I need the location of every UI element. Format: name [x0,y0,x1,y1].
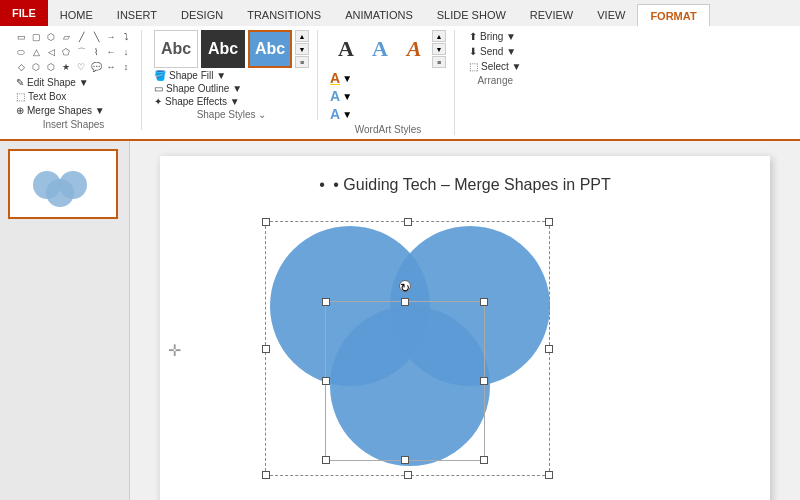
style-sample-1[interactable]: Abc [154,30,198,68]
select-btn[interactable]: ⬚ Select ▼ [467,60,523,73]
harrow-icon[interactable]: ↔ [104,60,118,74]
freeform-icon[interactable]: ⌇ [89,45,103,59]
text-fill-dropdown[interactable]: ▼ [342,73,352,84]
handle-tr[interactable] [545,218,553,226]
tab-home[interactable]: HOME [48,4,105,26]
scroll-down-arrow[interactable]: ▼ [295,43,309,55]
hexagon-icon[interactable]: ⬡ [29,60,43,74]
triangle-icon[interactable]: △ [29,45,43,59]
arrange-group: ⬆ Bring ▼ ⬇ Send ▼ ⬚ Select ▼ Arrange [459,30,531,86]
select-label: Select ▼ [481,61,521,72]
style-sample-3[interactable]: Abc [248,30,292,68]
tab-view[interactable]: VIEW [585,4,637,26]
svg-point-2 [46,179,74,207]
bullet-point: • [319,176,325,193]
wordart-scroll-up[interactable]: ▲ [432,30,446,42]
rounded-rect-icon[interactable]: ▢ [29,30,43,44]
text-fill-icon: A [330,70,340,86]
shape-effects-label: Shape Effects ▼ [165,96,240,107]
wordart-scroll-more[interactable]: ≡ [432,56,446,68]
inner-handle-bl[interactable] [322,456,330,464]
style-sample-2[interactable]: Abc [201,30,245,68]
wordart-sample-2[interactable]: A [364,30,396,68]
text-outline-dropdown[interactable]: ▼ [342,91,352,102]
wordart-sample-3[interactable]: A [398,30,430,68]
star-icon[interactable]: ★ [59,60,73,74]
tab-file[interactable]: FILE [0,0,48,26]
slide-panel: 1 [0,141,130,500]
line2-icon[interactable]: ╲ [89,30,103,44]
handle-ml[interactable] [262,345,270,353]
tab-insert[interactable]: INSERT [105,4,169,26]
tab-slideshow[interactable]: SLIDE SHOW [425,4,518,26]
send-backward-btn[interactable]: ⬇ Send ▼ [467,45,523,58]
tab-design[interactable]: DESIGN [169,4,235,26]
shape-outline-btn[interactable]: ▭ Shape Outline ▼ [154,83,309,94]
callout-icon[interactable]: 💬 [89,60,103,74]
heart-icon[interactable]: ♡ [74,60,88,74]
handle-mr[interactable] [545,345,553,353]
shape-outline-icon: ▭ [154,83,163,94]
edit-shape-btn[interactable]: ✎ Edit Shape ▼ [14,76,133,89]
text-box-label: Text Box [28,91,66,102]
shapes-tools: ✎ Edit Shape ▼ ⬚ Text Box ⊕ Merge Shapes… [14,76,133,117]
inner-handle-br[interactable] [480,456,488,464]
insert-shapes-group: ▭ ▢ ⬡ ▱ ╱ ╲ → ⤵ ⬭ △ ◁ ⬠ ⌒ ⌇ ← ↓ ◇ ⬡ ⬡ ★ … [6,30,142,130]
scroll-up-arrow[interactable]: ▲ [295,30,309,42]
diamond-icon[interactable]: ◇ [14,60,28,74]
slide-canvas[interactable]: • • Guiding Tech – Merge Shapes in PPT [160,156,770,500]
line-icon[interactable]: ╱ [74,30,88,44]
larrow-icon[interactable]: ← [104,45,118,59]
snip-rect-icon[interactable]: ⬡ [44,30,58,44]
parallelogram-icon[interactable]: ▱ [59,30,73,44]
text-outline-btn[interactable]: A ▼ [330,88,446,104]
rect-icon[interactable]: ▭ [14,30,28,44]
rtriangle-icon[interactable]: ◁ [44,45,58,59]
merge-shapes-label: Merge Shapes ▼ [27,105,105,116]
handle-tm[interactable] [404,218,412,226]
wordart-scroll-arrows: ▲ ▼ ≡ [432,30,446,68]
tab-animations[interactable]: ANIMATIONS [333,4,425,26]
shape-fill-btn[interactable]: 🪣 Shape Fill ▼ [154,70,309,81]
tab-review[interactable]: REVIEW [518,4,585,26]
shape-styles-group: Abc Abc Abc ▲ ▼ ≡ 🪣 Shape Fill ▼ ▭ Shape… [146,30,318,120]
shape-effects-btn[interactable]: ✦ Shape Effects ▼ [154,96,309,107]
cursor-indicator: ✛ [168,341,181,360]
handle-br[interactable] [545,471,553,479]
darrow-icon[interactable]: ↓ [119,45,133,59]
shape-options: 🪣 Shape Fill ▼ ▭ Shape Outline ▼ ✦ Shape… [154,70,309,107]
octagon-icon[interactable]: ⬡ [44,60,58,74]
shape-effects-icon: ✦ [154,96,162,107]
pentagon-icon[interactable]: ⬠ [59,45,73,59]
send-icon: ⬇ [469,46,477,57]
curve-icon[interactable]: ⌒ [74,45,88,59]
shape-fill-icon: 🪣 [154,70,166,81]
slide-panel-row: 1 [8,149,121,219]
wordart-sample-1[interactable]: A [330,30,362,68]
text-effects-btn[interactable]: A ▼ [330,106,446,122]
slide-thumbnail[interactable] [8,149,118,219]
expand-shape-styles-icon[interactable]: ⌄ [258,109,266,120]
scroll-arrows: ▲ ▼ ≡ [295,30,309,68]
text-effects-dropdown[interactable]: ▼ [342,109,352,120]
wordart-scroll-down[interactable]: ▼ [432,43,446,55]
arrow-icon[interactable]: → [104,30,118,44]
tab-format[interactable]: FORMAT [637,4,709,26]
bring-icon: ⬆ [469,31,477,42]
text-fill-btn[interactable]: A ▼ [330,70,446,86]
send-label: Send ▼ [480,46,516,57]
insert-shapes-label: Insert Shapes [14,119,133,130]
merge-shapes-btn[interactable]: ⊕ Merge Shapes ▼ [14,104,133,117]
text-box-btn[interactable]: ⬚ Text Box [14,90,133,103]
canvas-area: • • Guiding Tech – Merge Shapes in PPT [130,141,800,500]
handle-bl[interactable] [262,471,270,479]
handle-tl[interactable] [262,218,270,226]
handle-bm[interactable] [404,471,412,479]
oval-icon[interactable]: ⬭ [14,45,28,59]
scroll-more-arrow[interactable]: ≡ [295,56,309,68]
tab-transitions[interactable]: TRANSITIONS [235,4,333,26]
varrow-icon[interactable]: ↕ [119,60,133,74]
arrow2-icon[interactable]: ⤵ [119,30,133,44]
bring-forward-btn[interactable]: ⬆ Bring ▼ [467,30,523,43]
circle-bottom[interactable] [330,306,490,466]
